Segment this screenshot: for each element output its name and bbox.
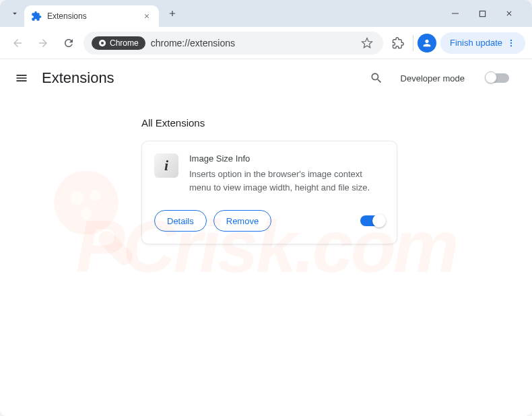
extension-card-top: i Image Size Info Inserts option in the … (154, 153, 385, 194)
extensions-page: PCrisk.com Extensions Developer mode All… (0, 59, 532, 416)
svg-point-6 (510, 44, 512, 46)
profile-avatar[interactable] (418, 34, 436, 53)
search-icon[interactable] (364, 66, 389, 90)
tab-search-dropdown[interactable] (5, 4, 24, 23)
toggle-knob (372, 214, 386, 228)
extension-name: Image Size Info (189, 153, 385, 164)
extension-info: Image Size Info Inserts option in the br… (189, 153, 385, 194)
extension-description: Inserts option in the browser's image co… (189, 168, 385, 194)
bookmark-star-icon[interactable] (359, 35, 375, 51)
section-title: All Extensions (141, 117, 532, 129)
close-tab-icon[interactable] (141, 11, 152, 22)
extensions-icon[interactable] (387, 32, 409, 54)
page-header: Extensions Developer mode (0, 59, 532, 97)
maximize-button[interactable] (473, 4, 492, 23)
tab-title: Extensions (47, 11, 136, 21)
reload-button[interactable] (58, 32, 79, 54)
browser-tab[interactable]: Extensions (24, 5, 159, 27)
divider (413, 35, 413, 51)
svg-rect-1 (479, 11, 485, 16)
svg-rect-0 (452, 13, 459, 14)
svg-point-3 (101, 42, 104, 44)
remove-button[interactable]: Remove (213, 210, 271, 232)
minimize-button[interactable] (446, 4, 465, 23)
back-button[interactable] (7, 32, 28, 54)
page-title: Extensions (42, 69, 352, 87)
browser-window: Extensions (0, 0, 532, 416)
toggle-knob (485, 71, 497, 83)
extension-puzzle-icon (31, 11, 42, 22)
extension-card: i Image Size Info Inserts option in the … (141, 141, 397, 244)
content-area: All Extensions i Image Size Info Inserts… (0, 97, 532, 244)
extension-enable-toggle[interactable] (360, 215, 385, 226)
chip-label: Chrome (110, 38, 139, 48)
developer-mode-label: Developer mode (401, 73, 465, 83)
forward-button[interactable] (32, 32, 54, 54)
titlebar: Extensions (0, 0, 532, 27)
url-text: chrome://extensions (151, 38, 354, 48)
finish-update-label: Finish update (450, 38, 502, 48)
chrome-chip: Chrome (92, 36, 145, 50)
finish-update-button[interactable]: Finish update (440, 32, 525, 54)
new-tab-button[interactable] (163, 4, 182, 23)
details-button[interactable]: Details (154, 210, 207, 232)
svg-point-5 (510, 42, 512, 43)
developer-mode-toggle[interactable] (486, 73, 509, 83)
hamburger-menu-icon[interactable] (13, 70, 30, 86)
browser-toolbar: Chrome chrome://extensions Finish update (0, 27, 532, 59)
address-bar[interactable]: Chrome chrome://extensions (84, 32, 383, 55)
extension-card-actions: Details Remove (154, 210, 385, 232)
close-window-button[interactable] (500, 4, 519, 23)
window-controls (446, 4, 527, 23)
svg-point-4 (510, 39, 512, 40)
extension-app-icon: i (154, 153, 178, 178)
